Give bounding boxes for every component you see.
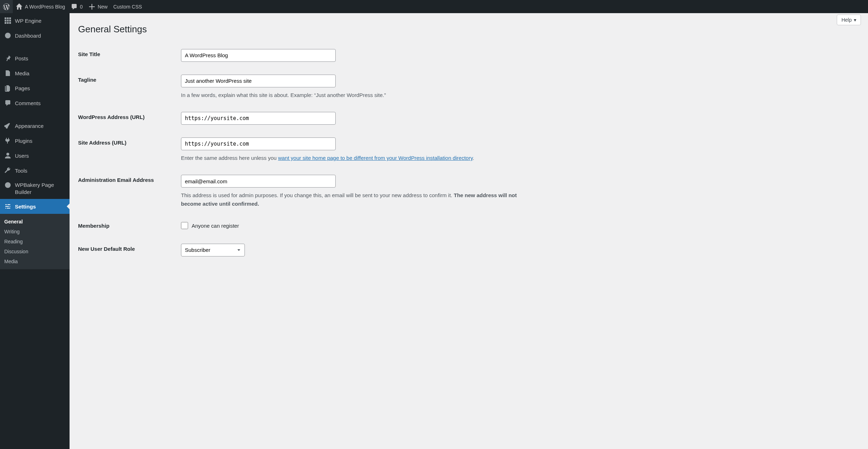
site-address-help: Enter the same address here unless you w… xyxy=(181,154,529,162)
help-toggle[interactable]: Help ▾ xyxy=(837,15,861,25)
svg-rect-3 xyxy=(5,20,6,22)
comments-icon xyxy=(71,3,78,10)
page-title: General Settings xyxy=(78,20,861,37)
submenu-item-general[interactable]: General xyxy=(0,217,70,227)
svg-rect-2 xyxy=(9,17,11,19)
sidebar-item-posts[interactable]: Posts xyxy=(0,51,70,66)
home-icon xyxy=(16,3,23,10)
plug-icon xyxy=(4,137,11,144)
sidebar-item-label: WP Engine xyxy=(15,18,42,24)
media-icon xyxy=(4,70,11,77)
sidebar-item-appearance[interactable]: Appearance xyxy=(0,118,70,133)
site-title-label: Site Title xyxy=(78,51,100,57)
sidebar-item-label: Posts xyxy=(15,55,28,61)
sidebar-item-users[interactable]: Users xyxy=(0,148,70,163)
submenu-item-discussion[interactable]: Discussion xyxy=(0,247,70,256)
site-address-label: Site Address (URL) xyxy=(78,140,126,146)
sidebar-item-wpbakery[interactable]: WPBakery Page Builder xyxy=(0,178,70,199)
site-address-help-link[interactable]: want your site home page to be different… xyxy=(278,155,473,161)
submenu-item-reading[interactable]: Reading xyxy=(0,237,70,247)
sidebar-item-dashboard[interactable]: Dashboard xyxy=(0,28,70,43)
admin-email-help: This address is used for admin purposes.… xyxy=(181,191,529,208)
wp-logo[interactable] xyxy=(0,0,13,13)
wordpress-icon xyxy=(3,3,10,10)
membership-label: Membership xyxy=(78,223,109,229)
sidebar-item-label: WPBakery Page Builder xyxy=(15,182,65,195)
settings-submenu: General Writing Reading Discussion Media xyxy=(0,214,70,263)
tagline-input[interactable] xyxy=(181,75,336,87)
membership-checkbox-label[interactable]: Anyone can register xyxy=(181,222,857,229)
sidebar-item-pages[interactable]: Pages xyxy=(0,81,70,96)
site-title-input[interactable] xyxy=(181,49,336,62)
site-name-label: A WordPress Blog xyxy=(25,4,65,10)
admin-email-input[interactable] xyxy=(181,175,336,188)
pushpin-icon xyxy=(4,55,11,62)
sliders-icon xyxy=(4,203,11,210)
sidebar-item-comments[interactable]: Comments xyxy=(0,96,70,110)
tagline-label: Tagline xyxy=(78,77,96,83)
submenu-item-writing[interactable]: Writing xyxy=(0,227,70,237)
wp-address-label: WordPress Address (URL) xyxy=(78,114,145,120)
new-label: New xyxy=(98,4,108,10)
svg-point-9 xyxy=(5,182,11,188)
sidebar-item-label: Comments xyxy=(15,100,41,106)
new-user-role-label: New User Default Role xyxy=(78,246,135,252)
sidebar-item-label: Media xyxy=(15,70,29,76)
user-icon xyxy=(4,152,11,159)
svg-rect-1 xyxy=(7,17,9,19)
submenu-item-media[interactable]: Media xyxy=(0,256,70,263)
sidebar-item-label: Users xyxy=(15,153,29,159)
menu-separator xyxy=(0,110,70,118)
chevron-down-icon: ▾ xyxy=(854,17,856,23)
sidebar-item-tools[interactable]: Tools xyxy=(0,163,70,178)
sidebar-item-label: Appearance xyxy=(15,123,44,129)
sidebar-item-label: Pages xyxy=(15,85,30,91)
tagline-help: In a few words, explain what this site i… xyxy=(181,91,529,99)
comment-icon xyxy=(4,99,11,107)
svg-rect-5 xyxy=(9,20,11,22)
sidebar-item-label: Tools xyxy=(15,168,27,174)
plus-icon xyxy=(88,3,95,10)
sidebar-item-label: Plugins xyxy=(15,138,32,144)
svg-rect-6 xyxy=(5,22,6,24)
help-label: Help xyxy=(841,17,852,23)
dashboard-icon xyxy=(4,32,11,39)
brush-icon xyxy=(4,122,11,129)
sidebar-item-settings[interactable]: Settings xyxy=(0,199,70,214)
svg-rect-4 xyxy=(7,20,9,22)
new-content-link[interactable]: New xyxy=(86,0,110,13)
custom-css-link[interactable]: Custom CSS xyxy=(110,0,145,13)
menu-separator xyxy=(0,43,70,51)
wpbakery-icon xyxy=(4,182,11,189)
sidebar-item-label: Dashboard xyxy=(15,33,41,39)
comments-count: 0 xyxy=(80,4,83,10)
sidebar-item-label: Settings xyxy=(15,204,36,210)
sidebar-item-wpengine[interactable]: WP Engine xyxy=(0,13,70,28)
sidebar-item-plugins[interactable]: Plugins xyxy=(0,133,70,148)
svg-rect-8 xyxy=(9,22,11,24)
comments-link[interactable]: 0 xyxy=(68,0,86,13)
wpengine-icon xyxy=(4,17,11,24)
svg-rect-7 xyxy=(7,22,9,24)
sidebar-item-media[interactable]: Media xyxy=(0,66,70,81)
wrench-icon xyxy=(4,167,11,174)
admin-email-label: Administration Email Address xyxy=(78,177,154,183)
svg-rect-0 xyxy=(5,17,6,19)
pages-icon xyxy=(4,85,11,92)
new-user-role-select[interactable]: Subscriber xyxy=(181,244,245,256)
membership-checkbox[interactable] xyxy=(181,222,188,229)
site-address-input[interactable] xyxy=(181,137,336,150)
wp-address-input[interactable] xyxy=(181,112,336,125)
site-name-link[interactable]: A WordPress Blog xyxy=(13,0,68,13)
custom-css-label: Custom CSS xyxy=(113,4,142,10)
